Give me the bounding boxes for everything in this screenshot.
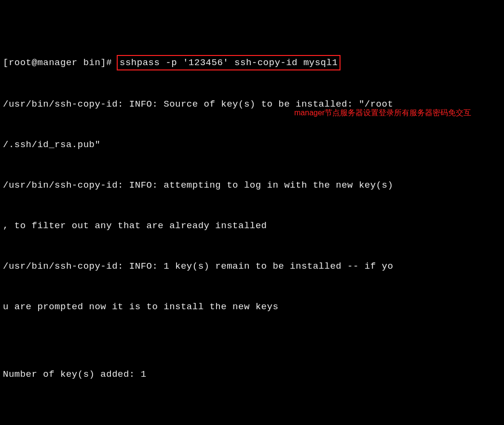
output-line: /usr/bin/ssh-copy-id: INFO: 1 key(s) rem…	[3, 260, 501, 273]
output-line: /.ssh/id_rsa.pub"	[3, 138, 501, 151]
output-line: Number of key(s) added: 1	[3, 368, 501, 381]
prompt-line: [root@manager bin]# sshpass -p '123456' …	[3, 55, 501, 70]
output-line: /usr/bin/ssh-copy-id: INFO: attempting t…	[3, 178, 501, 192]
output-line: , to filter out any that are already ins…	[3, 219, 501, 233]
command-highlight: sshpass -p '123456' ssh-copy-id mysql1	[117, 55, 341, 70]
annotation-text: manager节点服务器设置登录所有服务器密码免交互	[294, 106, 471, 120]
terminal-screen[interactable]: [root@manager bin]# sshpass -p '123456' …	[0, 0, 504, 425]
output-line: u are prompted now it is to install the …	[3, 300, 501, 314]
shell-prompt: [root@manager bin]#	[3, 57, 118, 68]
